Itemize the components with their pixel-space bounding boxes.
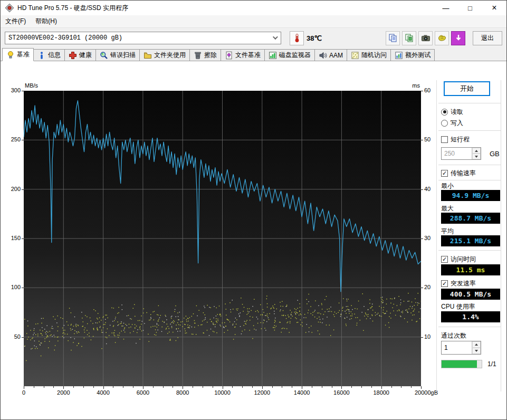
access-time-label: 访问时间 [451,255,476,264]
pass-count-row: 1 [441,341,501,355]
write-radio[interactable]: 写入 [441,118,501,128]
right-axis-unit: ms [409,82,420,89]
cpu-usage-label: CPU 使用率 [441,302,501,311]
trash-icon [194,51,202,60]
magnifier-icon [100,51,108,60]
drive-selector[interactable]: ST20000VE002-3G9101 (20000 gB) [5,32,281,44]
window-title: HD Tune Pro 5.75 - 硬盘/SSD 实用程序 [17,4,128,13]
spin-down-button[interactable] [472,348,481,354]
x-axis-tick-label: 8000 [167,389,198,396]
minimize-button[interactable]: — [434,1,458,15]
thermometer-icon [292,33,302,43]
x-axis-tick-label: 16000 [326,389,357,396]
chart-plot-area [24,91,421,386]
axis-tick [93,386,94,388]
exit-button[interactable]: 退出 [473,31,502,45]
tab-random-access[interactable]: 随机访问 [347,49,391,61]
spin-up-button[interactable] [472,341,481,348]
camera-icon [421,33,431,43]
separator [438,130,501,131]
menu-help[interactable]: 帮助(H) [31,15,62,27]
transfer-rate-checkbox[interactable]: ✓ 传输速率 [441,168,501,178]
cpu-usage-display: 1.4% [441,311,500,322]
axis-tick [22,189,24,190]
benchmark-page: MB/sms3002502001501005060504030201002000… [1,61,506,419]
burst-rate-checkbox[interactable]: ✓ 突发速率 [441,279,501,288]
copy-icon [388,33,398,43]
temperature-button[interactable] [290,31,304,45]
axis-tick [22,238,24,239]
axis-tick [421,91,423,91]
tab-info[interactable]: 信息 [33,49,65,61]
copy-text-button[interactable] [386,31,400,45]
file-benchmark-icon [225,51,233,60]
axis-tick [332,386,332,388]
axis-tick [242,386,243,388]
right-axis-tick-label: 10 [424,333,431,340]
arrow-up-icon [475,343,478,346]
right-axis-tick-label: 20 [424,284,431,290]
update-button[interactable] [451,31,465,45]
avg-value-display: 215.1 MB/s [441,235,500,246]
axis-tick [22,288,24,288]
folder-icon [144,51,152,60]
axis-tick [193,386,193,388]
spin-down-button[interactable] [472,154,481,159]
x-axis-tick-label: 6000 [127,389,159,396]
spin-up-button[interactable] [472,148,481,154]
axis-tick [83,386,84,388]
panel-right-edge [501,80,501,392]
donate-button[interactable] [435,31,449,45]
x-axis-tick-label: 12000 [246,389,278,396]
tab-erase[interactable]: 擦除 [189,49,221,61]
pass-count-input[interactable]: 1 [441,341,481,355]
tab-extra-tests[interactable]: 额外测试 [390,49,435,61]
pass-count-label: 通过次数 [441,331,501,340]
axis-tick [63,386,64,389]
read-radio-label: 读取 [451,108,463,117]
menu-file[interactable]: 文件(F) [1,15,31,27]
tab-file-benchmark[interactable]: 文件基准 [221,49,265,61]
right-axis-tick-label: 60 [424,87,431,93]
left-axis-tick-label: 50 [1,333,21,340]
tab-benchmark[interactable]: 基准 [2,48,34,61]
short-stroke-label: 短行程 [451,135,470,144]
separator [438,165,501,165]
left-axis-tick-label: 100 [1,284,21,290]
arrow-up-icon [475,150,478,152]
download-arrow-icon [454,33,463,43]
tab-aam[interactable]: AAM [314,49,347,61]
random-dots-icon [351,51,359,60]
left-axis-unit: MB/s [25,82,38,89]
tab-disk-monitor[interactable]: 磁盘监视器 [264,49,315,61]
write-radio-label: 写入 [451,119,463,128]
copy-image-button[interactable] [402,31,416,45]
axis-tick [351,386,352,388]
axis-tick [341,386,342,389]
axis-tick [73,386,74,388]
progress-fill [442,360,477,368]
short-stroke-size-input[interactable]: 250 [441,147,481,160]
tab-error-scan[interactable]: 错误扫描 [95,49,140,61]
start-button[interactable]: 开始 [444,81,490,96]
axis-tick [371,386,372,388]
read-radio[interactable]: 读取 [441,107,501,117]
close-button[interactable]: × [482,1,506,15]
short-stroke-checkbox[interactable]: 短行程 [441,135,501,144]
tab-health[interactable]: 健康 [64,49,96,61]
x-axis-tick-label: 2000 [47,389,79,396]
maximize-button[interactable]: □ [458,1,482,15]
max-value-display: 288.7 MB/s [441,213,500,224]
control-panel: 开始 读取 写入 短行程 250 [438,80,501,368]
spinner-arrows[interactable] [472,148,481,159]
tab-folder-usage[interactable]: 文件夹使用 [139,49,190,61]
lamp-icon [6,51,15,59]
access-time-checkbox[interactable]: ✓ 访问时间 [441,254,501,264]
axis-tick [312,386,312,388]
spinner-arrows[interactable] [472,341,481,354]
arrow-down-icon [475,350,478,352]
right-axis-tick-label: 50 [424,136,431,142]
axis-tick [391,386,392,388]
arrow-down-icon [475,156,478,158]
screenshot-button[interactable] [418,31,433,45]
